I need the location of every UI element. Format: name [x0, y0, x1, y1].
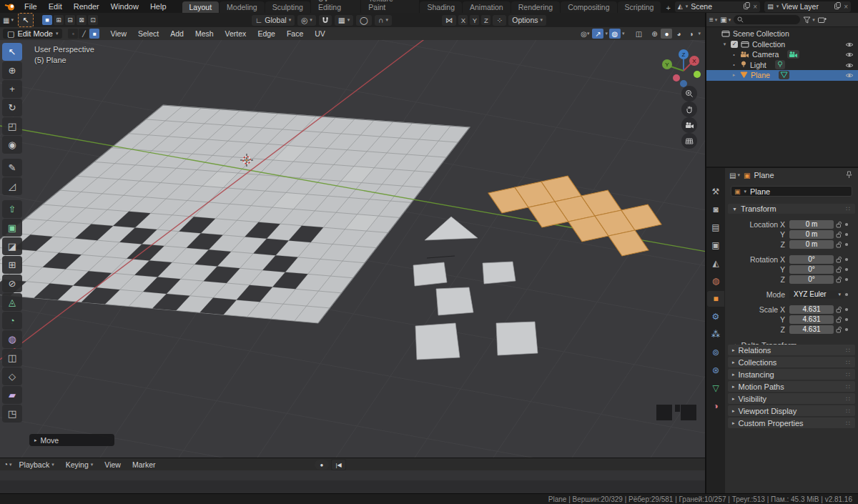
properties-tab-particles[interactable]: ⁂: [707, 327, 724, 342]
value-field[interactable]: 0 m: [789, 240, 834, 249]
tool-cursor[interactable]: ⊕: [2, 61, 22, 79]
collection-checkbox[interactable]: ✓: [731, 41, 738, 48]
menu-edit[interactable]: Edit: [43, 2, 68, 11]
outliner-label[interactable]: Camera: [752, 50, 779, 59]
filter-dropdown[interactable]: ▾: [803, 16, 815, 24]
show-gizmo-dropdown[interactable]: ◎▾: [579, 29, 591, 39]
tool-edge-slide[interactable]: ◫: [2, 349, 22, 367]
solid-shading-button[interactable]: ●: [661, 29, 672, 39]
editor-type-icon[interactable]: ▤▾: [729, 172, 740, 179]
tool-scale[interactable]: ◰: [2, 117, 22, 135]
active-tool-button[interactable]: ↖: [18, 13, 34, 27]
breadcrumb-object[interactable]: Plane: [754, 171, 774, 179]
menu-view[interactable]: View: [105, 29, 132, 38]
tool-poly-build[interactable]: ◬: [2, 293, 22, 311]
panel-divider[interactable]: [705, 13, 706, 493]
options-dropdown[interactable]: Options▾: [508, 15, 546, 26]
value-field[interactable]: 0°: [789, 255, 834, 265]
properties-tab-object[interactable]: ■: [707, 291, 724, 307]
object-name-field[interactable]: ▣▾ Plane: [731, 186, 852, 197]
workspace-tab-animation[interactable]: Animation: [463, 1, 511, 13]
pivot-point-dropdown[interactable]: ◎▾: [297, 15, 316, 26]
value-field[interactable]: 4.631: [789, 315, 834, 325]
timeline-menu-view[interactable]: View: [100, 460, 125, 469]
display-mode-dropdown[interactable]: ≡▾: [709, 16, 717, 24]
drag-dots-icon[interactable]: ∷: [846, 420, 851, 427]
search-input[interactable]: [734, 15, 800, 24]
section-collections[interactable]: ▸Collections∷: [728, 357, 855, 367]
outliner-row-camera[interactable]: •Camera: [706, 49, 858, 60]
new-collection-button[interactable]: [818, 16, 827, 24]
workspace-tab-uv-editing[interactable]: UV Editing: [311, 0, 360, 13]
scene-canvas[interactable]: [0, 40, 705, 458]
timeline-editor-type[interactable]: ◔▾: [4, 460, 12, 468]
animate-dot[interactable]: [844, 233, 849, 236]
value-field[interactable]: 0 m: [789, 220, 834, 229]
editor-type-selector[interactable]: ▦▾: [3, 16, 14, 24]
value-field[interactable]: 4.631: [789, 305, 834, 315]
rotation-mode-dropdown[interactable]: XYZ Euler▾: [789, 290, 844, 300]
properties-tab-output[interactable]: ▤: [707, 219, 724, 235]
outliner-row-plane[interactable]: ▸Plane: [706, 70, 858, 81]
timeline-tracks[interactable]: [0, 480, 705, 494]
blender-logo-icon[interactable]: [4, 2, 16, 11]
timeline-menu-playback[interactable]: Playback▾: [15, 460, 59, 469]
animate-dot[interactable]: [844, 308, 849, 311]
animate-dot[interactable]: [844, 328, 849, 331]
nav-toggle-perspective-button[interactable]: [681, 133, 697, 149]
face-select-toggle[interactable]: ■: [89, 29, 99, 39]
lock-icon[interactable]: [834, 221, 844, 228]
drag-dots-icon[interactable]: ∷: [846, 205, 851, 212]
timeline-menu-keying[interactable]: Keying▾: [61, 460, 98, 469]
toggle-xray-button[interactable]: ◫: [633, 29, 644, 39]
unlink-view-layer-icon[interactable]: ×: [844, 3, 848, 11]
material-preview-shading-button[interactable]: ◕: [673, 29, 684, 39]
drag-dots-icon[interactable]: ∷: [846, 359, 851, 366]
mirror-y-toggle[interactable]: Y: [470, 15, 479, 25]
properties-tab-modifiers[interactable]: ⚙: [707, 309, 724, 325]
new-scene-icon[interactable]: [744, 2, 750, 11]
animate-dot[interactable]: [844, 223, 849, 226]
drag-dots-icon[interactable]: ∷: [846, 347, 851, 354]
operator-panel[interactable]: ▸ Move: [29, 434, 114, 446]
section-custom-properties[interactable]: ▸Custom Properties∷: [728, 417, 855, 428]
outliner-label[interactable]: Scene Collection: [733, 29, 789, 38]
unlink-scene-icon[interactable]: ×: [753, 3, 757, 11]
edge-select-toggle[interactable]: ╱: [79, 29, 89, 39]
menu-uv[interactable]: UV: [310, 29, 330, 38]
outliner-label[interactable]: Light: [750, 61, 766, 69]
tool-inset-faces[interactable]: ▣: [2, 219, 22, 237]
rendered-shading-button[interactable]: ◑: [685, 29, 696, 39]
section-relations[interactable]: ▸Relations∷: [728, 345, 855, 355]
tool-smooth[interactable]: ◍: [2, 330, 22, 348]
section-visibility[interactable]: ▸Visibility∷: [728, 393, 855, 404]
animate-dot[interactable]: [844, 268, 849, 271]
outliner-row-collection[interactable]: ▾✓Collection: [706, 39, 858, 50]
outliner-label[interactable]: Collection: [752, 40, 785, 49]
lock-icon[interactable]: [834, 326, 844, 333]
lock-icon[interactable]: [834, 306, 844, 313]
nav-camera-view-button[interactable]: >: [681, 117, 697, 133]
lock-icon[interactable]: [834, 256, 844, 263]
pin-icon[interactable]: [846, 171, 852, 180]
falloff-dropdown[interactable]: ∩▾: [375, 15, 392, 26]
drag-dots-icon[interactable]: ∷: [846, 371, 851, 378]
show-overlays-dropdown[interactable]: ◍: [609, 29, 621, 39]
browse-view-layer-icon[interactable]: ▤: [767, 3, 774, 10]
tool-move[interactable]: +: [2, 80, 22, 98]
workspace-tab-shading[interactable]: Shading: [420, 1, 462, 13]
menu-vertex[interactable]: Vertex: [220, 29, 252, 38]
value-field[interactable]: 4.631: [789, 325, 834, 335]
value-field[interactable]: 0°: [789, 275, 834, 285]
select-mode-1[interactable]: ⊞: [54, 15, 64, 25]
nav-zoom-button[interactable]: [681, 86, 697, 102]
lock-icon[interactable]: [834, 241, 844, 248]
tool-annotate[interactable]: ✎: [2, 159, 22, 177]
tool-rotate[interactable]: ↻: [2, 99, 22, 117]
animate-dot[interactable]: [844, 278, 849, 281]
wireframe-shading-button[interactable]: ⊕: [649, 29, 660, 39]
view-layer[interactable]: ▤▾View Layer×: [764, 1, 851, 12]
value-field[interactable]: 0 m: [789, 230, 834, 239]
hide-toggle-eye-icon[interactable]: [845, 51, 854, 59]
select-mode-2[interactable]: ⊟: [65, 15, 75, 25]
